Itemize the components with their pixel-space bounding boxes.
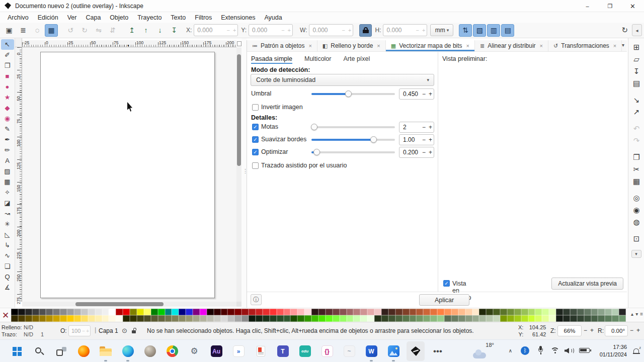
palette-swatch[interactable] [11, 315, 18, 322]
deselect-button[interactable]: ◌ [31, 24, 44, 37]
tab-fill-and-stroke[interactable]: ◧Relleno y borde× [317, 40, 386, 51]
palette-swatch[interactable] [423, 315, 430, 322]
palette-swatch[interactable] [388, 315, 395, 322]
palette-swatch[interactable] [256, 309, 263, 315]
palette-swatch[interactable] [479, 309, 486, 315]
palette-scroll-up-icon[interactable]: ▴ [631, 311, 633, 317]
snap-controls-icon[interactable]: ↻ [621, 26, 628, 35]
no-color-button[interactable]: ✕ [1, 309, 10, 321]
paint-bucket-tool[interactable]: ◪ [1, 198, 14, 208]
palette-swatch[interactable] [39, 309, 46, 315]
apply-button[interactable]: Aplicar [419, 294, 469, 306]
palette-swatch[interactable] [249, 309, 256, 315]
palette-swatch[interactable] [102, 315, 109, 322]
spiral-tool[interactable]: ◉ [1, 113, 14, 124]
taskbar-braces-app-icon[interactable]: {} [316, 340, 338, 362]
palette-swatch[interactable] [221, 315, 228, 322]
palette-swatch[interactable] [591, 309, 598, 315]
layer-selector[interactable]: Capa 1 [99, 327, 118, 334]
palette-swatch[interactable] [158, 309, 165, 315]
palette-swatch[interactable] [200, 315, 207, 322]
menu-capa[interactable]: Capa [81, 14, 105, 21]
import-image-button[interactable]: ↘ [628, 94, 644, 106]
gradient-tool[interactable]: ▨ [1, 166, 14, 176]
palette-swatch[interactable] [290, 309, 297, 315]
scale-patterns-toggle[interactable]: ▤ [501, 24, 514, 37]
new-document-button[interactable]: ⊞ [628, 41, 644, 53]
palette-swatch[interactable] [437, 309, 444, 315]
palette-swatch[interactable] [360, 309, 367, 315]
palette-swatch[interactable] [486, 309, 493, 315]
close-tab-icon[interactable]: × [308, 43, 311, 49]
lpe-tool-tool[interactable]: ∿ [1, 250, 14, 261]
palette-swatch[interactable] [577, 309, 584, 315]
taskbar-inkscape-icon[interactable] [405, 340, 427, 362]
pages-tool[interactable]: ❏ [1, 261, 14, 272]
palette-swatch[interactable] [451, 309, 458, 315]
palette-swatch[interactable] [144, 309, 151, 315]
palette-swatch[interactable] [444, 309, 451, 315]
menu-edición[interactable]: Edición [33, 14, 63, 21]
update-preview-button[interactable]: Actualizar vista previa [551, 278, 623, 290]
minimize-button[interactable]: – [576, 0, 599, 12]
palette-swatch[interactable] [549, 315, 556, 322]
selector-tool[interactable]: ↖ [1, 39, 14, 50]
palette-swatch[interactable] [32, 315, 39, 322]
palette-swatch[interactable] [151, 315, 158, 322]
palette-swatch[interactable] [353, 315, 360, 322]
palette-swatch[interactable] [74, 309, 81, 315]
palette-swatch[interactable] [227, 309, 234, 315]
palette-swatch[interactable] [249, 315, 256, 322]
subtab-multicolor[interactable]: Multicolor [304, 55, 332, 64]
palette-swatch[interactable] [410, 315, 417, 322]
scale-gradients-toggle[interactable]: ▥ [487, 24, 500, 37]
mesh-gradient-tool[interactable]: ▦ [1, 176, 14, 187]
palette-swatch[interactable] [179, 315, 186, 322]
close-tab-icon[interactable]: × [466, 43, 469, 49]
menu-trayecto[interactable]: Trayecto [133, 14, 166, 21]
layer-lock-icon[interactable] [132, 328, 137, 333]
palette-swatch[interactable] [549, 309, 556, 315]
wifi-icon[interactable] [550, 347, 559, 354]
palette-swatch[interactable] [535, 309, 542, 315]
palette-swatch[interactable] [25, 309, 32, 315]
palette-swatch[interactable] [612, 315, 619, 322]
tab-overflow-icon[interactable]: ▾ [622, 42, 624, 48]
zoom-selection-button[interactable]: ◎ [628, 192, 644, 204]
palette-swatch[interactable] [605, 315, 612, 322]
palette-swatch[interactable] [130, 315, 137, 322]
menu-ayuda[interactable]: Ayuda [260, 14, 286, 21]
palette-swatch[interactable] [318, 315, 326, 322]
palette-swatch[interactable] [109, 315, 116, 322]
palette-swatch[interactable] [528, 315, 535, 322]
vertical-scrollbar[interactable] [236, 47, 242, 302]
taskbar-audition-icon[interactable]: Au [205, 340, 227, 362]
vertical-ruler[interactable]: 0255075100125150175200225250275 [15, 47, 22, 302]
speckles-slider[interactable] [311, 126, 395, 128]
measure-tool[interactable]: ∡ [1, 282, 14, 293]
palette-swatch[interactable] [598, 309, 605, 315]
y-input[interactable]: 0.000−+ [249, 24, 293, 36]
paste-button[interactable]: ▦ [628, 175, 644, 188]
notifications-bell-icon[interactable]: z [633, 347, 640, 354]
palette-swatch[interactable] [88, 309, 95, 315]
palette-swatch[interactable] [500, 315, 507, 322]
raise-button[interactable]: ↑ [139, 24, 152, 37]
palette-swatch[interactable] [403, 309, 410, 315]
width-input[interactable]: 0.000−+ [309, 24, 353, 36]
optimize-spinbox[interactable]: 0.200−+ [399, 147, 434, 158]
palette-swatch[interactable] [451, 315, 458, 322]
tweak-tool[interactable]: ↝ [1, 208, 14, 219]
palette-swatch[interactable] [347, 309, 354, 315]
taskbar-file-explorer-icon[interactable] [95, 340, 117, 362]
close-tab-icon[interactable]: × [613, 43, 616, 49]
palette-swatch[interactable] [416, 315, 423, 322]
palette-swatch[interactable] [193, 309, 200, 315]
taskbar-blue-arrows-app-icon[interactable]: » [227, 340, 250, 362]
rectangle-tool[interactable]: ■ [1, 71, 14, 81]
user-assisted-checkbox[interactable] [252, 162, 259, 169]
palette-swatch[interactable] [67, 315, 74, 322]
duplicate-button[interactable]: ❐ [628, 151, 644, 163]
palette-swatch[interactable] [542, 315, 549, 322]
lower-to-bottom-button[interactable]: ↧ [168, 24, 181, 37]
